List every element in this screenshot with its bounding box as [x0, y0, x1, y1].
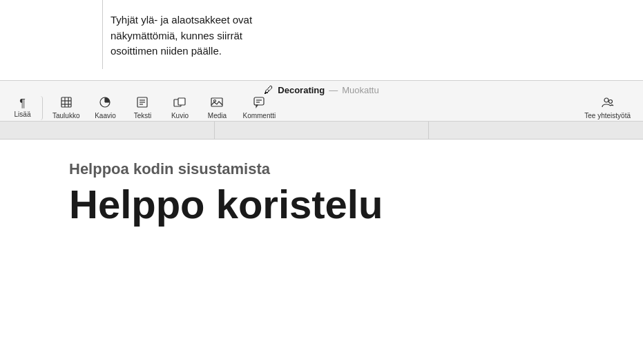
svg-point-20: [608, 100, 612, 104]
ruler-segment-3: [429, 122, 643, 139]
toolbar-title: 🖊 Decorating — Muokattu: [264, 81, 378, 96]
ruler-segment-2: [215, 122, 430, 139]
ruler: [0, 122, 643, 140]
svg-rect-0: [61, 97, 71, 107]
svg-point-15: [214, 100, 216, 102]
toolbar-btn-kommentti[interactable]: Kommentti: [236, 94, 282, 122]
media-label: Media: [208, 112, 227, 119]
document-main-title: Helppo koristelu: [69, 184, 574, 226]
toolbar-btn-teksti[interactable]: Teksti: [124, 94, 161, 122]
title-modified: Muokattu: [342, 85, 378, 95]
svg-point-19: [604, 98, 608, 102]
document-subtitle: Helppoa kodin sisustamista: [69, 160, 574, 178]
taulukko-label: Taulukko: [52, 112, 79, 119]
toolbar-btn-lisaa[interactable]: ¶ Lisää: [6, 96, 43, 120]
toolbar: 🖊 Decorating — Muokattu ¶ Lisää Taulukko: [0, 80, 643, 122]
kuvio-label: Kuvio: [171, 112, 189, 119]
title-separator: —: [329, 85, 338, 95]
tooltip-area: Tyhjät ylä- ja alaotsakkeet ovat näkymät…: [0, 0, 643, 69]
table-icon: [60, 96, 73, 111]
document-title: Decorating: [278, 85, 325, 95]
comment-icon: [253, 96, 265, 111]
svg-rect-16: [254, 97, 264, 105]
toolbar-buttons: ¶ Lisää Taulukko: [0, 95, 643, 121]
toolbar-btn-yhteistyo[interactable]: Tee yhteistyötä: [577, 94, 637, 122]
tooltip-text: Tyhjät ylä- ja alaotsakkeet ovat näkymät…: [111, 12, 629, 59]
svg-rect-14: [211, 98, 222, 106]
shape-icon: [173, 96, 186, 111]
toolbar-btn-kuvio[interactable]: Kuvio: [161, 94, 198, 122]
kommentti-label: Kommentti: [242, 112, 276, 119]
document-content: Helppoa kodin sisustamista Helppo korist…: [0, 140, 643, 364]
paragraph-icon: ¶: [19, 98, 26, 109]
vertical-divider: [102, 0, 103, 69]
chart-icon: [99, 96, 111, 111]
text-icon: [136, 96, 148, 111]
toolbar-btn-taulukko[interactable]: Taulukko: [46, 94, 86, 122]
toolbar-btn-kaavio[interactable]: Kaavio: [86, 94, 124, 122]
media-icon: [211, 96, 223, 111]
svg-rect-13: [178, 98, 185, 105]
toolbar-btn-media[interactable]: Media: [198, 94, 236, 122]
ruler-segment-1: [0, 122, 215, 139]
lisaa-label: Lisää: [15, 111, 31, 118]
kaavio-label: Kaavio: [95, 112, 116, 119]
collab-icon: [602, 96, 614, 111]
yhteistyo-label: Tee yhteistyötä: [584, 112, 631, 119]
teksti-label: Teksti: [134, 112, 152, 119]
